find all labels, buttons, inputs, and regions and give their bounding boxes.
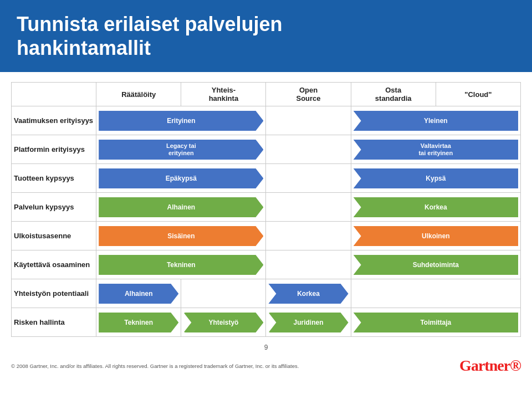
cell-alhainen-yht: Alhainen (96, 279, 181, 308)
page-title: Tunnista erilaiset palvelujen hankintama… (17, 12, 282, 60)
cell-empty-yht (351, 279, 520, 308)
cell-tekninen-riski: Tekninen (96, 308, 181, 337)
cell-suhdetoiminta: Suhdetoiminta (351, 250, 520, 279)
table-row: Vaatimuksen erityisyys Erityinen Yleinen (12, 106, 521, 135)
col-header-2: Yhteis- hankinta (181, 83, 266, 106)
cell-sisainen: Sisäinen (96, 222, 266, 250)
main-content: Räätälöity Yhteis- hankinta Open Source … (0, 72, 532, 342)
row-label: Ulkoistusasenne (12, 222, 96, 250)
row-label: Tuotteen kypsyys (12, 164, 96, 193)
row-label: Vaatimuksen erityisyys (12, 106, 96, 135)
table-row: Palvelun kypsyys Alhainen Korkea (12, 193, 521, 222)
row-label: Palvelun kypsyys (12, 193, 96, 222)
copyright-text: © 2008 Gartner, Inc. and/or its affiliat… (11, 363, 299, 369)
cell-toimittaja-riski: Toimittaja (351, 308, 520, 337)
cell-valtavirtaa: Valtavirtaatai erityinen (351, 135, 520, 164)
cell-empty (266, 106, 351, 135)
row-label: Käytettävä osaaminen (12, 250, 96, 279)
table-row: Platformin erityisyys Legacy taierityine… (12, 135, 521, 164)
cell-legacy: Legacy taierityinen (96, 135, 266, 164)
table-row: Risken hallinta Tekninen Yhteistyö Jurid… (12, 308, 521, 337)
table-row: Käytettävä osaaminen Tekninen Suhdetoimi… (12, 250, 521, 279)
cell-korkea-yht: Korkea (266, 279, 351, 308)
cell-tekninen-osaaminen: Tekninen (96, 250, 266, 279)
cell-yleinen: Yleinen (351, 106, 520, 135)
cell-ulkoinen: Ulkoinen (351, 222, 520, 250)
logo-dot: ® (510, 357, 521, 374)
table-row: Yhteistyön potentiaali Alhainen Korkea (12, 279, 521, 308)
page-number: 9 (0, 344, 532, 351)
cell-juridinen-riski: Juridinen (266, 308, 351, 337)
table-row: Ulkoistusasenne Sisäinen Ulkoinen (12, 222, 521, 250)
cell-empty (181, 279, 266, 308)
gartner-logo: Gartner® (459, 357, 521, 375)
cell-empty (266, 222, 351, 250)
cell-erityinen: Erityinen (96, 106, 266, 135)
cell-kypsaa: Kypsä (351, 164, 520, 193)
cell-korkea-palvelun: Korkea (351, 193, 520, 222)
title-line2: hankintamallit (17, 37, 151, 59)
table-row: Tuotteen kypsyys Epäkypsä Kypsä (12, 164, 521, 193)
cell-epakypsaa: Epäkypsä (96, 164, 266, 193)
row-label: Yhteistyön potentiaali (12, 279, 96, 308)
col-header-3: Open Source (266, 83, 351, 106)
page-header: Tunnista erilaiset palvelujen hankintama… (0, 0, 532, 72)
title-line1: Tunnista erilaiset palvelujen (17, 13, 282, 35)
col-header-1: Räätälöity (96, 83, 181, 106)
cell-empty (266, 193, 351, 222)
logo-text: Gartner (459, 357, 510, 374)
col-header-4: Osta standardia (351, 83, 436, 106)
cell-empty (266, 135, 351, 164)
cell-alhainen-palvelun: Alhainen (96, 193, 266, 222)
row-label: Platformin erityisyys (12, 135, 96, 164)
cell-empty (266, 250, 351, 279)
col-header-5: "Cloud" (436, 83, 520, 106)
matrix-table: Räätälöity Yhteis- hankinta Open Source … (11, 82, 521, 337)
cell-yhteistyo-riski: Yhteistyö (181, 308, 266, 337)
header-empty-col (12, 83, 96, 106)
footer: © 2008 Gartner, Inc. and/or its affiliat… (0, 354, 532, 377)
cell-empty (266, 164, 351, 193)
row-label: Risken hallinta (12, 308, 96, 337)
